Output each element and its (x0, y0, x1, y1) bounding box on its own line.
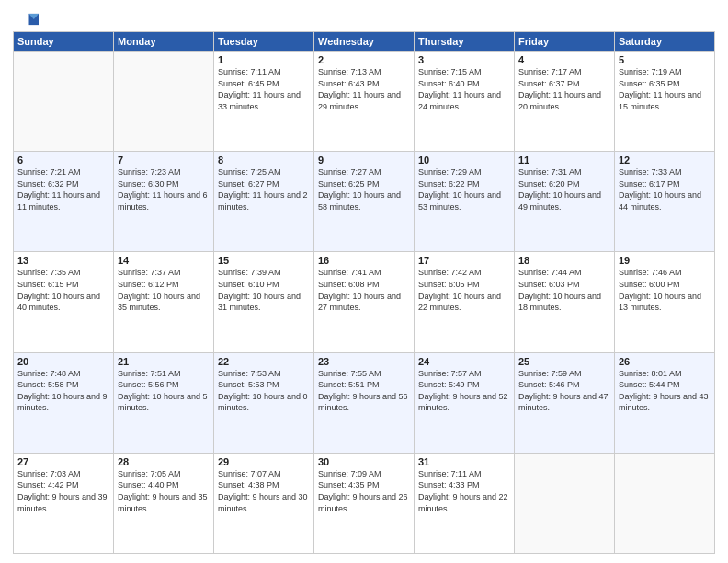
day-number: 22 (218, 356, 310, 367)
day-number: 15 (218, 255, 310, 266)
day-number: 9 (318, 155, 410, 166)
day-number: 29 (218, 456, 310, 467)
day-number: 5 (619, 54, 711, 65)
calendar-cell: 31Sunrise: 7:11 AMSunset: 4:33 PMDayligh… (415, 453, 515, 553)
calendar-cell: 2Sunrise: 7:13 AMSunset: 6:43 PMDaylight… (314, 52, 415, 152)
day-number: 14 (118, 255, 210, 266)
day-info: Sunrise: 7:07 AMSunset: 4:38 PMDaylight:… (218, 468, 310, 514)
day-info: Sunrise: 7:03 AMSunset: 4:42 PMDaylight:… (17, 468, 109, 514)
day-number: 7 (118, 155, 210, 166)
calendar-cell: 6Sunrise: 7:21 AMSunset: 6:32 PMDaylight… (14, 152, 114, 252)
day-info: Sunrise: 7:55 AMSunset: 5:51 PMDaylight:… (318, 368, 410, 414)
day-info: Sunrise: 7:25 AMSunset: 6:27 PMDaylight:… (218, 167, 310, 213)
calendar-cell: 13Sunrise: 7:35 AMSunset: 6:15 PMDayligh… (14, 252, 114, 352)
calendar-cell: 8Sunrise: 7:25 AMSunset: 6:27 PMDaylight… (214, 152, 314, 252)
col-header-sunday: Sunday (14, 32, 114, 52)
day-info: Sunrise: 7:05 AMSunset: 4:40 PMDaylight:… (118, 468, 210, 514)
calendar-cell (515, 453, 615, 553)
day-info: Sunrise: 7:37 AMSunset: 6:12 PMDaylight:… (118, 267, 210, 313)
logo-icon (13, 13, 39, 26)
calendar-cell: 9Sunrise: 7:27 AMSunset: 6:25 PMDaylight… (314, 152, 415, 252)
calendar-cell (615, 453, 715, 553)
day-info: Sunrise: 7:31 AMSunset: 6:20 PMDaylight:… (518, 167, 610, 213)
calendar-cell: 28Sunrise: 7:05 AMSunset: 4:40 PMDayligh… (114, 453, 214, 553)
calendar-cell: 24Sunrise: 7:57 AMSunset: 5:49 PMDayligh… (415, 352, 515, 453)
calendar-cell: 25Sunrise: 7:59 AMSunset: 5:46 PMDayligh… (515, 352, 615, 453)
calendar-cell: 5Sunrise: 7:19 AMSunset: 6:35 PMDaylight… (615, 52, 715, 152)
calendar-cell: 19Sunrise: 7:46 AMSunset: 6:00 PMDayligh… (615, 252, 715, 352)
day-number: 27 (17, 456, 109, 467)
day-number: 31 (418, 456, 510, 467)
calendar-week-3: 13Sunrise: 7:35 AMSunset: 6:15 PMDayligh… (14, 252, 715, 352)
col-header-saturday: Saturday (615, 32, 715, 52)
calendar-cell: 18Sunrise: 7:44 AMSunset: 6:03 PMDayligh… (515, 252, 615, 352)
calendar-cell: 30Sunrise: 7:09 AMSunset: 4:35 PMDayligh… (314, 453, 415, 553)
calendar-cell: 17Sunrise: 7:42 AMSunset: 6:05 PMDayligh… (415, 252, 515, 352)
day-number: 19 (619, 255, 711, 266)
calendar-week-2: 6Sunrise: 7:21 AMSunset: 6:32 PMDaylight… (14, 152, 715, 252)
header (13, 9, 715, 26)
calendar-week-5: 27Sunrise: 7:03 AMSunset: 4:42 PMDayligh… (14, 453, 715, 553)
day-info: Sunrise: 7:39 AMSunset: 6:10 PMDaylight:… (218, 267, 310, 313)
calendar-week-4: 20Sunrise: 7:48 AMSunset: 5:58 PMDayligh… (14, 352, 715, 453)
day-number: 18 (518, 255, 610, 266)
calendar-cell: 20Sunrise: 7:48 AMSunset: 5:58 PMDayligh… (14, 352, 114, 453)
day-number: 28 (118, 456, 210, 467)
day-info: Sunrise: 7:41 AMSunset: 6:08 PMDaylight:… (318, 267, 410, 313)
day-info: Sunrise: 7:15 AMSunset: 6:40 PMDaylight:… (418, 66, 510, 112)
calendar-cell (14, 52, 114, 152)
day-info: Sunrise: 7:57 AMSunset: 5:49 PMDaylight:… (418, 368, 510, 414)
day-number: 12 (619, 155, 711, 166)
calendar-cell: 21Sunrise: 7:51 AMSunset: 5:56 PMDayligh… (114, 352, 214, 453)
day-number: 2 (318, 54, 410, 65)
calendar-cell: 4Sunrise: 7:17 AMSunset: 6:37 PMDaylight… (515, 52, 615, 152)
logo (13, 13, 42, 26)
day-number: 10 (418, 155, 510, 166)
day-number: 1 (218, 54, 310, 65)
day-info: Sunrise: 7:33 AMSunset: 6:17 PMDaylight:… (619, 167, 711, 213)
col-header-friday: Friday (515, 32, 615, 52)
day-info: Sunrise: 7:13 AMSunset: 6:43 PMDaylight:… (318, 66, 410, 112)
calendar-cell (114, 52, 214, 152)
day-info: Sunrise: 7:23 AMSunset: 6:30 PMDaylight:… (118, 167, 210, 213)
calendar-cell: 16Sunrise: 7:41 AMSunset: 6:08 PMDayligh… (314, 252, 415, 352)
day-info: Sunrise: 7:42 AMSunset: 6:05 PMDaylight:… (418, 267, 510, 313)
day-info: Sunrise: 7:29 AMSunset: 6:22 PMDaylight:… (418, 167, 510, 213)
day-number: 17 (418, 255, 510, 266)
day-number: 4 (518, 54, 610, 65)
day-number: 30 (318, 456, 410, 467)
day-info: Sunrise: 7:59 AMSunset: 5:46 PMDaylight:… (518, 368, 610, 414)
day-info: Sunrise: 7:48 AMSunset: 5:58 PMDaylight:… (17, 368, 109, 414)
day-number: 8 (218, 155, 310, 166)
calendar-cell: 7Sunrise: 7:23 AMSunset: 6:30 PMDaylight… (114, 152, 214, 252)
calendar-week-1: 1Sunrise: 7:11 AMSunset: 6:45 PMDaylight… (14, 52, 715, 152)
calendar-table: SundayMondayTuesdayWednesdayThursdayFrid… (13, 31, 715, 554)
day-info: Sunrise: 7:09 AMSunset: 4:35 PMDaylight:… (318, 468, 410, 514)
day-number: 13 (17, 255, 109, 266)
day-info: Sunrise: 7:53 AMSunset: 5:53 PMDaylight:… (218, 368, 310, 414)
day-number: 11 (518, 155, 610, 166)
day-info: Sunrise: 7:17 AMSunset: 6:37 PMDaylight:… (518, 66, 610, 112)
day-info: Sunrise: 7:46 AMSunset: 6:00 PMDaylight:… (619, 267, 711, 313)
calendar-cell: 29Sunrise: 7:07 AMSunset: 4:38 PMDayligh… (214, 453, 314, 553)
day-number: 20 (17, 356, 109, 367)
day-info: Sunrise: 7:19 AMSunset: 6:35 PMDaylight:… (619, 66, 711, 112)
day-info: Sunrise: 7:51 AMSunset: 5:56 PMDaylight:… (118, 368, 210, 414)
col-header-tuesday: Tuesday (214, 32, 314, 52)
col-header-monday: Monday (114, 32, 214, 52)
day-number: 6 (17, 155, 109, 166)
calendar-cell: 1Sunrise: 7:11 AMSunset: 6:45 PMDaylight… (214, 52, 314, 152)
day-number: 26 (619, 356, 711, 367)
calendar-cell: 22Sunrise: 7:53 AMSunset: 5:53 PMDayligh… (214, 352, 314, 453)
col-header-wednesday: Wednesday (314, 32, 415, 52)
day-info: Sunrise: 8:01 AMSunset: 5:44 PMDaylight:… (619, 368, 711, 414)
day-info: Sunrise: 7:11 AMSunset: 4:33 PMDaylight:… (418, 468, 510, 514)
day-number: 24 (418, 356, 510, 367)
calendar-cell: 23Sunrise: 7:55 AMSunset: 5:51 PMDayligh… (314, 352, 415, 453)
calendar-cell: 3Sunrise: 7:15 AMSunset: 6:40 PMDaylight… (415, 52, 515, 152)
day-info: Sunrise: 7:21 AMSunset: 6:32 PMDaylight:… (17, 167, 109, 213)
day-info: Sunrise: 7:11 AMSunset: 6:45 PMDaylight:… (218, 66, 310, 112)
calendar-header-row: SundayMondayTuesdayWednesdayThursdayFrid… (14, 32, 715, 52)
day-number: 23 (318, 356, 410, 367)
day-info: Sunrise: 7:27 AMSunset: 6:25 PMDaylight:… (318, 167, 410, 213)
